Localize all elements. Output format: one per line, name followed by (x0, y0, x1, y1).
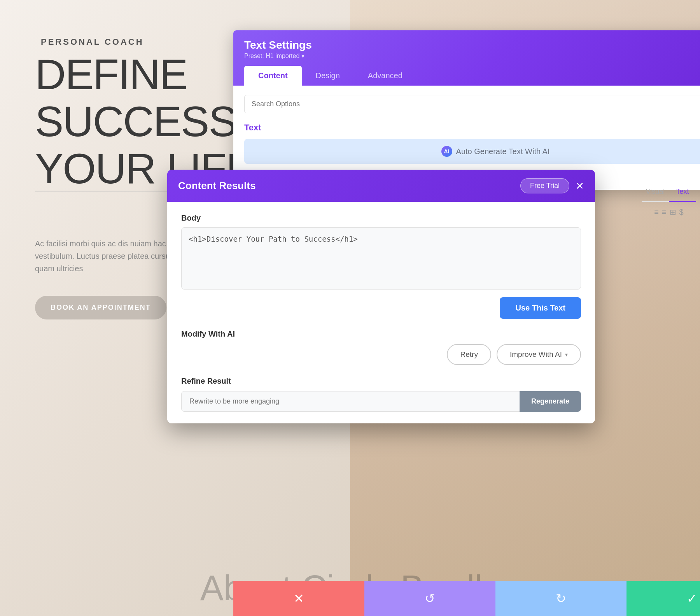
refine-section: Refine Result Regenerate (181, 377, 581, 412)
ai-generate-label: Auto Generate Text With AI (456, 147, 550, 156)
use-this-text-button[interactable]: Use This Text (500, 297, 581, 319)
tab-advanced[interactable]: Advanced (354, 66, 416, 86)
confirm-button[interactable]: ✓ (626, 581, 700, 616)
modal-header-right: Free Trial ✕ (520, 178, 584, 193)
refine-label: Refine Result (181, 377, 581, 386)
search-filter-row: + Filter (244, 95, 700, 113)
text-settings-panel: Text Settings Preset: H1 imported ▾ ⊡ ⊞ … (233, 30, 700, 190)
tab-text[interactable]: Text (669, 182, 696, 202)
refine-row: Regenerate (181, 391, 581, 412)
free-trial-badge[interactable]: Free Trial (520, 178, 569, 193)
align-left-icon[interactable]: ≡ (654, 208, 659, 217)
content-results-modal: Content Results Free Trial ✕ Body <h1>Di… (167, 170, 595, 423)
bottom-toolbar: ✕ ↺ ↻ ✓ (233, 581, 700, 616)
retry-button[interactable]: Retry (447, 344, 491, 365)
right-sidebar: Visual Text ≡ ≡ ⊞ $ (642, 182, 696, 222)
ai-icon: AI (441, 146, 452, 157)
align-center-icon[interactable]: ≡ (662, 208, 667, 217)
search-input[interactable] (244, 95, 700, 113)
panel-title-area: Text Settings Preset: H1 imported ▾ (244, 39, 312, 60)
book-appointment-button[interactable]: BOOK AN APPOINTMENT (35, 296, 166, 319)
body-field-label: Body (181, 214, 581, 223)
bg-body-text: Ac facilisi morbi quis ac dis nuiam hac … (35, 237, 183, 275)
panel-title: Text Settings (244, 39, 312, 51)
modify-buttons: Retry Improve With AI ▾ (181, 344, 581, 365)
panel-preset[interactable]: Preset: H1 imported ▾ (244, 52, 312, 60)
table-icon[interactable]: ⊞ (670, 207, 676, 217)
panel-tabs: Content Design Advanced (244, 66, 700, 86)
modal-close-button[interactable]: ✕ (576, 181, 584, 191)
chevron-down-icon: ▾ (565, 351, 568, 358)
text-section-header: Text ∧ ⋮ (244, 123, 700, 133)
modal-header: Content Results Free Trial ✕ (167, 170, 595, 202)
body-textarea[interactable]: <h1>Discover Your Path to Success</h1> (181, 227, 581, 290)
improve-with-ai-button[interactable]: Improve With AI ▾ (497, 344, 581, 365)
currency-icon[interactable]: $ (679, 208, 684, 217)
sidebar-tab-row: Visual Text (642, 182, 696, 202)
tab-visual[interactable]: Visual (642, 182, 669, 202)
refine-input[interactable] (181, 391, 520, 412)
divider (35, 191, 183, 191)
improve-label: Improve With AI (510, 350, 562, 359)
undo-button[interactable]: ↺ (364, 581, 495, 616)
ai-generate-button[interactable]: AI Auto Generate Text With AI (244, 139, 700, 164)
sidebar-icons-row: ≡ ≡ ⊞ $ (642, 202, 696, 222)
panel-header: Text Settings Preset: H1 imported ▾ ⊡ ⊞ … (233, 30, 700, 86)
redo-button[interactable]: ↻ (495, 581, 626, 616)
modify-label: Modify With AI (181, 330, 581, 339)
tab-content[interactable]: Content (244, 66, 302, 86)
regenerate-button[interactable]: Regenerate (520, 391, 581, 412)
modify-section: Modify With AI Retry Improve With AI ▾ (181, 330, 581, 365)
personal-coach-label: PERSONAL COACH (41, 37, 144, 47)
cancel-button[interactable]: ✕ (233, 581, 364, 616)
tab-design[interactable]: Design (302, 66, 354, 86)
modal-title: Content Results (178, 180, 256, 192)
modal-body: Body <h1>Discover Your Path to Success</… (167, 202, 595, 423)
text-section-title: Text (244, 123, 261, 133)
